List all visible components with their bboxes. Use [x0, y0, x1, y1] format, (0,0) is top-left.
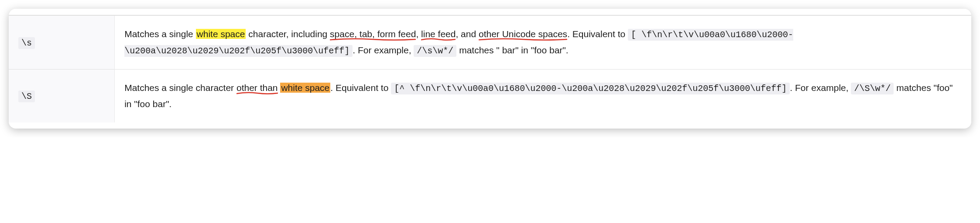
- text: , and: [456, 29, 479, 39]
- text: Matches a single: [124, 29, 195, 39]
- text: character, including: [246, 29, 330, 39]
- key-cell: \S: [9, 70, 115, 122]
- table-row: \S Matches a single character other than…: [9, 70, 971, 122]
- example-regex-code: /\S\w*/: [851, 83, 894, 94]
- underline-annotation: line feed: [421, 29, 456, 39]
- description-cell: Matches a single white space character, …: [115, 15, 971, 70]
- underline-annotation: space, tab, form feed: [330, 29, 416, 39]
- key-cell: \s: [9, 15, 115, 70]
- text: . For example,: [790, 83, 851, 93]
- text: Matches a single character: [124, 83, 236, 93]
- key-code: \s: [18, 37, 35, 49]
- text: . Equivalent to: [567, 29, 628, 39]
- reference-table: \s Matches a single white space characte…: [9, 15, 971, 122]
- text: ,: [416, 29, 421, 39]
- text: matches " bar" in "foo bar".: [456, 45, 568, 55]
- text: . For example,: [353, 45, 414, 55]
- example-regex-code: /\s\w*/: [414, 45, 456, 57]
- equivalent-regex-code: [^ \f\n\r\t\v\u00a0\u1680\u2000-\u200a\u…: [391, 83, 790, 94]
- key-code: \S: [18, 91, 35, 102]
- table-row: \s Matches a single white space characte…: [9, 15, 971, 70]
- underline-annotation: other than: [236, 83, 278, 93]
- highlight-orange: white space: [280, 83, 330, 93]
- description-cell: Matches a single character other than wh…: [115, 70, 971, 122]
- reference-card: \s Matches a single white space characte…: [9, 9, 971, 129]
- underline-annotation: other Unicode spaces: [479, 29, 567, 39]
- text: . Equivalent to: [330, 83, 391, 93]
- highlight-yellow: white space: [196, 29, 246, 39]
